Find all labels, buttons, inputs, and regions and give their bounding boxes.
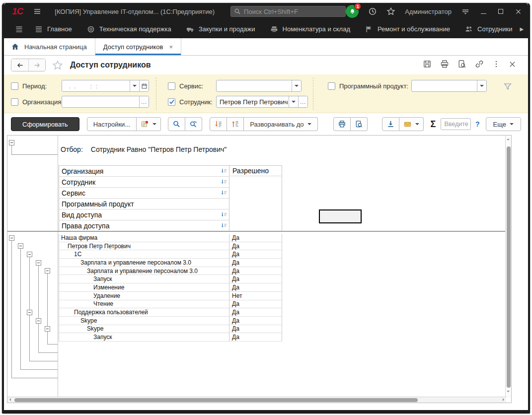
expand-levels-button[interactable] [227,117,244,131]
collapse-levels-button[interactable] [210,117,227,131]
horizontal-scrollbar[interactable] [7,397,506,403]
row-value-cell[interactable]: Нет [229,292,282,300]
tree-collapse-button[interactable] [45,268,50,274]
send-mail-button[interactable] [399,117,424,131]
tab-close-icon[interactable]: × [169,43,173,51]
row-label-cell[interactable]: Зарплата и управление персоналом 3.0 [59,267,229,276]
table-row[interactable]: SkypeДа [59,325,282,334]
organization-field[interactable]: ... [62,96,149,108]
sort-button[interactable] [221,211,228,218]
tab-employee-access[interactable]: Доступ сотрудников × [95,38,181,55]
period-checkbox[interactable] [11,82,18,90]
help-button[interactable]: ? [475,120,480,128]
group-header-cell[interactable]: Сотрудник [59,177,229,188]
row-value-cell[interactable]: Да [229,325,282,334]
table-row[interactable]: ИзменениеДа [59,283,282,292]
sort-button[interactable] [221,190,228,196]
scroll-left-icon[interactable] [9,398,11,401]
report-variants-button[interactable] [137,117,161,131]
row-value-cell[interactable]: Да [229,259,282,267]
table-row[interactable]: ЗапускДа [59,275,282,283]
row-value-cell[interactable]: Да [229,242,282,251]
group-header-cell[interactable]: Программный продукт [59,199,229,209]
more-actions-button[interactable]: Еще [486,117,521,131]
group-header-cell[interactable]: Сервис [59,188,229,199]
save-button[interactable] [423,60,432,70]
row-label-cell[interactable]: 1С [59,250,229,259]
tab-home[interactable]: Начальная страница [11,38,95,55]
row-value-cell[interactable]: Да [229,275,282,283]
product-checkbox[interactable] [328,82,335,90]
organization-choose-button[interactable]: ... [139,96,149,107]
back-button[interactable] [11,59,28,71]
group-header-cell[interactable]: Права доступа [59,220,229,231]
add-favorite-star-icon[interactable] [52,60,63,70]
close-window-button[interactable] [514,7,522,15]
tree-collapse-button[interactable] [36,260,41,266]
row-value-cell[interactable]: Да [229,333,282,342]
menu-item-3[interactable]: Закупки и продажи [179,20,263,38]
row-label-cell[interactable]: Запуск [59,333,229,342]
table-row[interactable]: Зарплата и управление персоналом 3.0Да [59,259,282,267]
more-menu-button[interactable] [492,60,500,70]
group-header-cell[interactable]: Вид доступа [59,209,229,220]
generate-button[interactable]: Сформировать [11,117,79,131]
sort-button[interactable] [221,179,228,185]
horizontal-scrollbar-thumb[interactable] [14,398,418,402]
employee-dropdown-button[interactable] [289,96,298,107]
row-value-cell[interactable]: Да [229,250,282,259]
product-field[interactable] [411,80,487,92]
tree-collapse-button[interactable] [9,140,14,145]
table-row[interactable]: Петров Петр ПетровичДа [59,242,282,251]
history-icon[interactable] [368,7,377,16]
service-checkbox[interactable] [168,82,175,90]
period-field[interactable]: . . : : [62,80,149,92]
employee-choose-button[interactable]: ... [298,96,307,107]
menu-item-4[interactable]: Номенклатура и склад [263,20,358,38]
save-file-button[interactable] [382,117,399,131]
favorites-star-icon[interactable] [386,7,395,16]
table-row[interactable]: Наша фирмаДа [59,234,282,242]
tree-collapse-button[interactable] [45,326,50,332]
employee-checkbox[interactable] [168,98,175,106]
menu-item-1[interactable]: Главное [27,20,79,38]
organization-checkbox[interactable] [11,98,18,106]
row-value-cell[interactable]: Да [229,308,282,317]
scroll-up-icon[interactable] [507,138,510,140]
current-user[interactable]: Администратор [405,8,452,15]
sections-panel-button[interactable] [11,20,27,38]
find-button[interactable] [168,117,185,131]
get-link-button[interactable] [475,60,484,70]
row-label-cell[interactable]: Запуск [59,275,229,283]
row-label-cell[interactable]: Изменение [59,283,229,292]
table-row[interactable]: Зарплата и управление персоналом 3.0Да [59,267,282,276]
service-field[interactable] [216,80,302,92]
row-value-cell[interactable]: Да [229,267,282,276]
menu-overflow-arrow-icon[interactable]: ▶ [520,26,526,32]
close-form-button[interactable] [509,61,516,70]
row-value-cell[interactable]: Да [229,317,282,325]
row-value-cell[interactable]: Да [229,283,282,292]
sort-button[interactable] [221,222,228,229]
sort-button[interactable] [221,168,228,174]
product-dropdown-button[interactable] [477,80,486,91]
maximize-button[interactable] [497,7,505,15]
minimize-button[interactable] [479,7,487,15]
totals-sigma-button[interactable]: Σ [430,119,437,130]
report-spreadsheet[interactable]: Отбор: Сотрудник Равно "Петров Петр Петр… [7,135,512,403]
row-label-cell[interactable]: Поддержка пользователей [59,308,229,317]
row-label-cell[interactable]: Петров Петр Петрович [59,242,229,251]
print-preview-button[interactable] [457,60,466,70]
vertical-scrollbar-thumb[interactable] [507,146,511,388]
row-label-cell[interactable]: Зарплата и управление персоналом 3.0 [59,259,229,267]
scroll-right-icon[interactable] [503,398,504,401]
row-label-cell[interactable]: Удаление [59,292,229,300]
main-hamburger-icon[interactable] [33,7,42,15]
menu-item-6[interactable]: Сотрудники [457,20,520,38]
notifications-button[interactable]: 1 [346,5,359,18]
group-header-cell[interactable]: Организация [59,166,229,177]
tree-collapse-button[interactable] [9,235,14,241]
table-row[interactable]: 1СДа [59,250,282,259]
report-preview-button[interactable] [351,117,368,131]
settings-button[interactable]: Настройки... [87,117,137,131]
